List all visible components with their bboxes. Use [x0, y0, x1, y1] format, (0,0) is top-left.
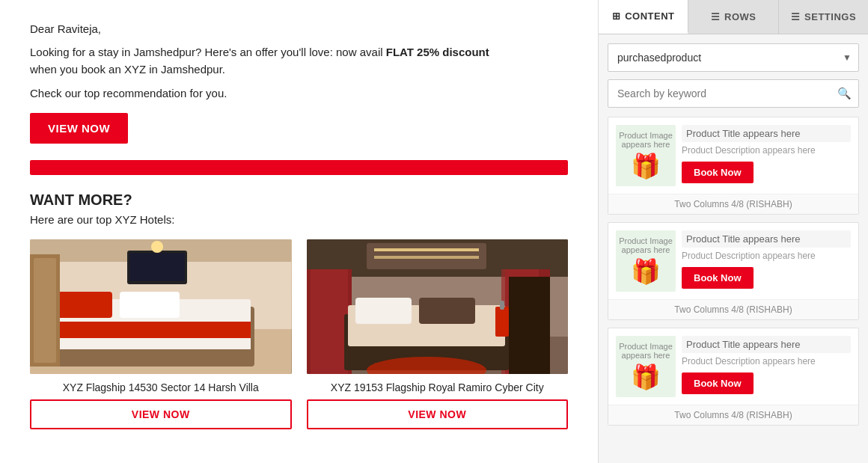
search-input[interactable]: [608, 79, 859, 108]
content-tab-icon: ⊞: [612, 10, 621, 22]
hotels-grid: XYZ Flagship 14530 Sector 14 Harsh Villa…: [30, 239, 568, 429]
panel-content: purchasedproduct allproducts featured ▼ …: [599, 34, 868, 463]
book-now-button-1[interactable]: Book Now: [682, 162, 754, 183]
hotel-name-2: XYZ 19153 Flagship Royal Ramiro Cyber Ci…: [307, 381, 569, 393]
svg-point-13: [151, 241, 163, 253]
rows-tab-icon: ☰: [711, 11, 721, 22]
hotel-card-2: XYZ 19153 Flagship Royal Ramiro Cyber Ci…: [307, 239, 569, 429]
product-filter-dropdown[interactable]: purchasedproduct allproducts featured: [608, 43, 859, 72]
product-details-1: Product Title appears here Product Descr…: [682, 125, 851, 186]
email-preview-panel: Dear Raviteja, Looking for a stay in Jam…: [0, 0, 599, 463]
tab-bar: ⊞ CONTENT ☰ ROWS ☰ SETTINGS: [599, 0, 868, 34]
here-are-text: Here are our top XYZ Hotels:: [30, 213, 568, 226]
tab-content[interactable]: ⊞ CONTENT: [599, 0, 688, 34]
product-title-3: Product Title appears here: [682, 336, 851, 353]
hotel-image-1: [30, 239, 292, 374]
offer-text: Looking for a stay in Jamshedpur? Here's…: [30, 44, 568, 78]
svg-rect-6: [120, 292, 180, 318]
product-desc-2: Product Description appears here: [682, 251, 851, 261]
svg-rect-29: [509, 277, 550, 374]
tab-rows[interactable]: ☰ ROWS: [688, 0, 778, 34]
settings-tab-label: SETTINGS: [804, 11, 856, 22]
product-card-3-inner: Product Image appears here 🎁 Product Tit…: [608, 328, 858, 405]
tab-settings[interactable]: ☰ SETTINGS: [779, 0, 868, 34]
hotel-card-1: XYZ Flagship 14530 Sector 14 Harsh Villa…: [30, 239, 292, 429]
card-footer-1: Two Columns 4/8 (RISHABH): [608, 194, 858, 214]
svg-rect-7: [49, 322, 251, 338]
settings-tab-icon: ☰: [791, 11, 801, 22]
product-card-2-inner: Product Image appears here 🎁 Product Tit…: [608, 223, 858, 299]
hotel-view-now-button-2[interactable]: VIEW NOW: [307, 399, 569, 429]
svg-rect-21: [311, 269, 348, 374]
red-divider-bar: [30, 160, 568, 175]
svg-rect-10: [34, 258, 56, 363]
gift-icon-1: 🎁: [631, 152, 661, 180]
want-more-heading: WANT MORE?: [30, 191, 568, 209]
product-image-label-2b: appears here: [622, 245, 670, 254]
book-now-button-3[interactable]: Book Now: [682, 372, 754, 394]
product-image-box-2: Product Image appears here 🎁: [616, 230, 676, 292]
offer-line2: when you book an XYZ in Jamshedpur.: [30, 63, 225, 76]
product-card-2: Product Image appears here 🎁 Product Tit…: [608, 222, 859, 320]
product-image-label-3a: Product Image: [619, 342, 673, 351]
product-image-label-2a: Product Image: [619, 236, 673, 245]
hotel-name-1: XYZ Flagship 14530 Sector 14 Harsh Villa: [30, 381, 292, 393]
search-wrap: 🔍: [608, 79, 859, 108]
product-card-1: Product Image appears here 🎁 Product Tit…: [608, 117, 859, 215]
offer-line1: Looking for a stay in Jamshedpur? Here's…: [30, 46, 383, 58]
svg-rect-18: [374, 256, 479, 259]
product-image-box-1: Product Image appears here 🎁: [616, 125, 676, 186]
product-desc-3: Product Description appears here: [682, 356, 851, 367]
product-title-1: Product Title appears here: [682, 125, 851, 142]
product-details-2: Product Title appears here Product Descr…: [682, 230, 851, 292]
svg-rect-31: [500, 301, 504, 310]
svg-rect-5: [52, 292, 112, 318]
gift-icon-2: 🎁: [631, 257, 661, 286]
book-now-button-2[interactable]: Book Now: [682, 267, 754, 289]
product-image-label-1a: Product Image: [619, 131, 673, 140]
product-card-3: Product Image appears here 🎁 Product Tit…: [608, 328, 859, 426]
product-title-2: Product Title appears here: [682, 230, 851, 248]
svg-rect-17: [374, 248, 479, 251]
svg-rect-8: [49, 338, 251, 349]
right-sidebar: ⊞ CONTENT ☰ ROWS ☰ SETTINGS purchasedpro…: [599, 0, 868, 463]
greeting-text: Dear Raviteja,: [30, 22, 568, 35]
card-footer-2: Two Columns 4/8 (RISHABH): [608, 299, 858, 319]
product-image-label-3b: appears here: [622, 351, 670, 360]
product-image-label-1b: appears here: [622, 140, 670, 149]
product-card-1-inner: Product Image appears here 🎁 Product Tit…: [608, 117, 858, 194]
offer-bold: FLAT 25% discount: [386, 46, 489, 58]
hotel-image-2: [307, 239, 569, 374]
hotel-view-now-button-1[interactable]: VIEW NOW: [30, 399, 292, 429]
gift-icon-3: 🎁: [631, 363, 661, 391]
product-details-3: Product Title appears here Product Descr…: [682, 336, 851, 397]
svg-rect-12: [129, 253, 185, 281]
svg-rect-26: [355, 298, 412, 324]
product-image-box-3: Product Image appears here 🎁: [616, 336, 676, 397]
content-tab-label: CONTENT: [625, 10, 674, 22]
view-now-button[interactable]: VIEW NOW: [30, 113, 128, 144]
product-filter-dropdown-wrap: purchasedproduct allproducts featured ▼: [608, 43, 859, 72]
card-footer-3: Two Columns 4/8 (RISHABH): [608, 405, 858, 425]
product-desc-1: Product Description appears here: [682, 145, 851, 156]
rows-tab-label: ROWS: [724, 11, 756, 22]
svg-rect-27: [419, 298, 475, 324]
check-text: Check our top recommendation for you.: [30, 87, 568, 99]
search-icon: 🔍: [837, 87, 852, 100]
svg-rect-30: [495, 307, 509, 337]
